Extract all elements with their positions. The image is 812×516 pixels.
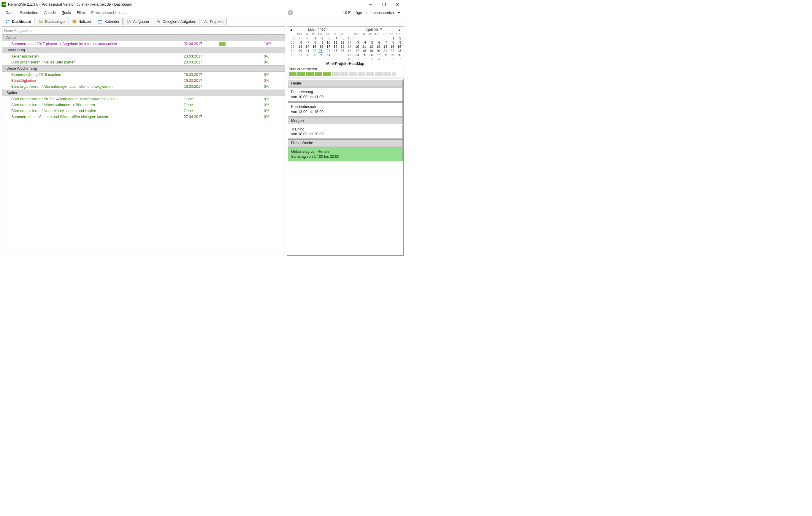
task-row[interactable]: Sommerreifen aufziehen und Winterreifen … [2,114,285,120]
task-row[interactable]: Keller ausmisten23.03.20170% [2,53,285,59]
menu-ansicht[interactable]: Ansicht [41,9,59,16]
calendar-day[interactable]: 2 [360,57,367,61]
calendar-day[interactable]: 20 [296,49,303,53]
calendar-day[interactable]: 17 [324,44,331,49]
calendar-day[interactable]: 4 [331,36,338,40]
calendar-day[interactable] [331,53,338,57]
calendar-day[interactable]: 4 [374,57,381,61]
task-row[interactable]: Büro organisieren / Möbel aufbauen -> Bü… [2,102,285,108]
calendar-day[interactable]: 23 [395,49,402,53]
calendar-day[interactable]: 28 [303,36,310,40]
appointment-item[interactable]: Kundenbesuchvon 13:00 bis 15:00 [288,102,403,117]
calendar-day[interactable]: 19 [367,49,374,53]
calendar-day[interactable] [374,36,381,40]
calendar-day[interactable]: 29 [310,53,317,57]
calendar-day[interactable]: 11 [360,44,367,49]
filter-input[interactable] [89,9,285,16]
task-row[interactable]: Büro organisieren / Prüfen welche neuen … [2,96,285,102]
calendar-day[interactable]: 11 [331,40,338,44]
calendar-day[interactable]: 17 [353,49,360,53]
tab-dashboard[interactable]: Dashboard [2,18,34,25]
calendar-day[interactable] [360,36,367,40]
calendar-day[interactable]: 12 [367,44,374,49]
tab-delegierte[interactable]: Delegierte Aufgaben [153,18,199,25]
appointment-item[interactable]: Trainingvon 18:00 bis 20:00 [288,125,403,139]
calendar-day[interactable]: 22 [388,49,395,53]
calendar-day[interactable]: 16 [317,44,324,49]
task-group-header[interactable]: - Diese Woche fällig [2,65,285,72]
calendar-day[interactable]: 8 [388,40,395,44]
appointment-item[interactable]: Geburtstag von RenateSamstag von 17:00 b… [288,147,403,161]
task-row[interactable]: Büro organisieren / Alte unterlagen ausm… [2,84,285,90]
close-button[interactable] [391,0,405,9]
calendar-month-1[interactable]: ◄März 2017MoDiMiDoFrSaSo9272812345106789… [289,28,345,61]
calendar-day[interactable]: 31 [324,53,331,57]
calendar-day[interactable]: 27 [296,36,303,40]
calendar-day[interactable]: 27 [296,53,303,57]
calendar-month-2[interactable]: April 2017►MoDiMiDoFrSaSo131214345678915… [346,28,402,61]
calendar-day[interactable] [381,36,388,40]
calendar-day[interactable]: 1 [388,36,395,40]
calendar-day[interactable]: 18 [331,44,338,49]
menu-datei[interactable]: Datei [3,9,17,16]
calendar-day[interactable]: 23 [317,49,324,53]
task-group-header[interactable]: - Später [2,90,285,96]
calendar-day[interactable]: 13 [296,44,303,49]
task-row[interactable]: Bürotätigkeiten26.03.20170% [2,78,285,84]
calendar-day[interactable] [367,36,374,40]
task-group-header[interactable]: - Heute fällig [2,47,285,53]
calendar-day[interactable]: 16 [395,44,402,49]
calendar-day[interactable]: 19 [338,44,345,49]
minimize-button[interactable] [364,0,377,9]
calendar-day[interactable]: 6 [388,57,395,61]
tab-aufgaben[interactable]: Aufgaben [123,18,152,25]
calendar-day[interactable]: 13 [374,44,381,49]
calendar-day[interactable]: 7 [303,40,310,44]
appointment-item[interactable]: Besprechungvon 10:00 bis 11:00 [288,88,403,102]
calendar-day[interactable]: 12 [338,40,345,44]
calendar-day[interactable]: 25 [331,49,338,53]
task-row[interactable]: Büro organisieren / Neues Büro planen23.… [2,59,285,65]
calendar-day[interactable]: 26 [367,53,374,57]
calendar-day[interactable]: 28 [381,53,388,57]
calendar-day[interactable]: 21 [303,49,310,53]
calendar-day[interactable]: 28 [303,53,310,57]
calendar-day[interactable]: 5 [381,57,388,61]
calendar-day[interactable]: 15 [388,44,395,49]
tab-kalender[interactable]: Kalender [95,18,122,25]
calendar-day[interactable]: 5 [338,36,345,40]
calendar-next-button[interactable]: ► [398,28,402,32]
calendar-day[interactable]: 1 [353,57,360,61]
scope-dropdown-icon[interactable]: ▾ [397,10,400,15]
calendar-day[interactable]: 3 [367,57,374,61]
calendar-day[interactable]: 26 [338,49,345,53]
tab-dateiablage[interactable]: Dateiablage [35,18,68,25]
task-row[interactable]: Büro organisieren / Neue Möbel suchen un… [2,108,285,114]
calendar-day[interactable]: 9 [395,40,402,44]
calendar-day[interactable] [353,36,360,40]
calendar-day[interactable]: 6 [374,40,381,44]
calendar-prev-button[interactable]: ◄ [289,28,293,32]
calendar-day[interactable]: 18 [360,49,367,53]
calendar-day[interactable]: 6 [296,40,303,44]
filter-clear-button[interactable]: ✕ [288,10,293,16]
task-row[interactable]: Sommerurlaub 2017 planen -> Angebote im … [2,41,285,47]
calendar-day[interactable]: 15 [310,44,317,49]
calendar-day[interactable]: 3 [353,40,360,44]
maximize-button[interactable] [377,0,391,9]
calendar-day[interactable]: 4 [360,40,367,44]
tab-notizen[interactable]: Notizen [68,18,94,25]
scope-label[interactable]: in Lebensbereich [366,11,394,15]
calendar-day[interactable]: 8 [310,40,317,44]
calendar-day[interactable] [338,53,345,57]
calendar-day[interactable]: 25 [360,53,367,57]
task-row[interactable]: Steuererklärung 2016 machen26.03.20170% [2,72,285,78]
calendar-day[interactable]: 9 [317,40,324,44]
calendar-day[interactable]: 14 [381,44,388,49]
calendar-day[interactable]: 30 [317,53,324,57]
tab-projekte[interactable]: Projekte [200,18,227,25]
calendar-day[interactable]: 5 [367,40,374,44]
calendar-day[interactable]: 10 [324,40,331,44]
calendar-day[interactable]: 24 [353,53,360,57]
menu-bearbeiten[interactable]: Bearbeiten [17,9,41,16]
